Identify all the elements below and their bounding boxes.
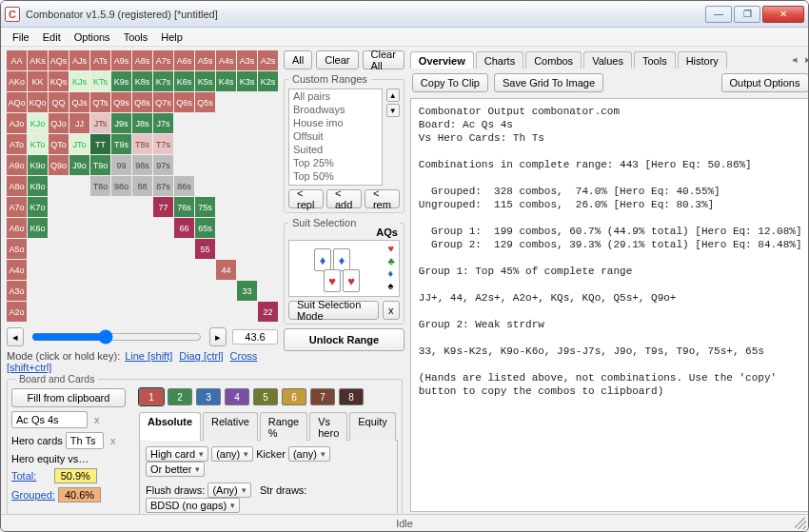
close-button[interactable]: ✕ bbox=[762, 6, 804, 23]
grid-cell-QTs[interactable]: QTs bbox=[90, 92, 110, 112]
preset-up-button[interactable]: ▲ bbox=[386, 89, 400, 102]
preset-item[interactable]: Suited bbox=[289, 143, 382, 156]
grid-cell-A3s[interactable]: A3s bbox=[237, 50, 257, 70]
heart-icon[interactable]: ♥ bbox=[388, 243, 395, 254]
grid-cell-65s[interactable]: 65s bbox=[195, 218, 215, 238]
str-combo[interactable]: BDSD (no gaps) bbox=[146, 498, 240, 513]
menu-edit[interactable]: Edit bbox=[37, 30, 67, 45]
suit-x-button[interactable]: x bbox=[383, 301, 400, 320]
preset-item[interactable]: House imo bbox=[289, 116, 382, 129]
grid-cell-A2s[interactable]: A2s bbox=[258, 50, 278, 70]
grid-cell-TT[interactable]: TT bbox=[90, 134, 110, 154]
filter-tab-vs-hero[interactable]: Vs hero bbox=[309, 412, 347, 441]
grid-cell-AQs[interactable]: AQs bbox=[49, 50, 69, 70]
grid-cell-QQ[interactable]: QQ bbox=[49, 92, 69, 112]
grid-cell-Q9s[interactable]: Q9s bbox=[111, 92, 131, 112]
resize-handle[interactable] bbox=[795, 518, 806, 529]
grid-cell-K7s[interactable]: K7s bbox=[153, 71, 173, 91]
grid-cell-K6s[interactable]: K6s bbox=[174, 71, 194, 91]
grid-cell-JTs[interactable]: JTs bbox=[90, 113, 110, 133]
tab-values[interactable]: Values bbox=[583, 51, 632, 69]
grid-cell-T8o[interactable]: T8o bbox=[90, 176, 110, 196]
grid-cell-J9s[interactable]: J9s bbox=[111, 113, 131, 133]
clear-board-icon[interactable]: x bbox=[94, 414, 100, 425]
grid-cell-K9o[interactable]: K9o bbox=[28, 155, 48, 175]
diamond-card-icon[interactable]: ♦ bbox=[333, 248, 350, 271]
grid-cell-KJo[interactable]: KJo bbox=[28, 113, 48, 133]
grid-cell-AKs[interactable]: AKs bbox=[28, 50, 48, 70]
grid-cell-A7s[interactable]: A7s bbox=[153, 50, 173, 70]
grid-cell-K9s[interactable]: K9s bbox=[111, 71, 131, 91]
grid-cell-88[interactable]: 88 bbox=[132, 176, 152, 196]
grid-cell-K5s[interactable]: K5s bbox=[195, 71, 215, 91]
grid-cell-T9o[interactable]: T9o bbox=[90, 155, 110, 175]
highcard-combo[interactable]: High card bbox=[146, 446, 208, 462]
mode-line-link[interactable]: Line [shift] bbox=[125, 350, 172, 362]
group-color-4[interactable]: 4 bbox=[225, 388, 249, 405]
titlebar[interactable]: C Combonator v1.5.9 (registered) [*untit… bbox=[1, 1, 808, 28]
minimize-button[interactable]: — bbox=[705, 6, 732, 23]
diamond-icon[interactable]: ♦ bbox=[388, 267, 395, 279]
grid-cell-J8s[interactable]: J8s bbox=[132, 113, 152, 133]
fill-from-clipboard-button[interactable]: Fill from clipboard bbox=[11, 388, 126, 407]
tab-tools[interactable]: Tools bbox=[634, 51, 676, 69]
preset-down-button[interactable]: ▼ bbox=[386, 104, 400, 117]
grid-cell-A2o[interactable]: A2o bbox=[7, 302, 27, 322]
grid-cell-J7s[interactable]: J7s bbox=[153, 113, 173, 133]
grid-cell-A8s[interactable]: A8s bbox=[132, 50, 152, 70]
grid-cell-55[interactable]: 55 bbox=[195, 239, 215, 259]
grid-cell-KTo[interactable]: KTo bbox=[28, 134, 48, 154]
grid-cell-JTo[interactable]: JTo bbox=[69, 134, 89, 154]
slider-next-button[interactable]: ▸ bbox=[209, 327, 227, 346]
grid-cell-A9s[interactable]: A9s bbox=[111, 50, 131, 70]
diamond-card-icon[interactable]: ♦ bbox=[314, 248, 331, 271]
grid-cell-A4s[interactable]: A4s bbox=[216, 50, 236, 70]
filter-tab-absolute[interactable]: Absolute bbox=[139, 412, 201, 441]
grid-cell-KTs[interactable]: KTs bbox=[90, 71, 110, 91]
tab-overview[interactable]: Overview bbox=[410, 51, 474, 69]
grid-cell-QJo[interactable]: QJo bbox=[49, 113, 69, 133]
grid-cell-75s[interactable]: 75s bbox=[195, 197, 215, 217]
grid-cell-87s[interactable]: 87s bbox=[153, 176, 173, 196]
tab-prev-icon[interactable]: ◂ bbox=[792, 53, 798, 66]
preset-item[interactable]: Offsuit bbox=[289, 129, 382, 143]
grid-cell-KQo[interactable]: KQo bbox=[28, 92, 48, 112]
filter-tab-relative[interactable]: Relative bbox=[203, 412, 258, 441]
suit-selection-box[interactable]: ♦ ♦ ♥ ♥ ♥ ♣ ♦ ♠ bbox=[288, 240, 400, 297]
group-color-2[interactable]: 2 bbox=[168, 388, 192, 405]
save-grid-button[interactable]: Save Grid To Image bbox=[494, 73, 603, 92]
grid-cell-76s[interactable]: 76s bbox=[174, 197, 194, 217]
clear-button[interactable]: Clear bbox=[316, 50, 358, 69]
preset-item[interactable]: All pairs bbox=[289, 89, 382, 103]
grid-cell-ATo[interactable]: ATo bbox=[7, 134, 27, 154]
club-icon[interactable]: ♣ bbox=[388, 255, 395, 266]
maximize-button[interactable]: ❐ bbox=[734, 6, 760, 23]
grid-cell-ATs[interactable]: ATs bbox=[90, 50, 110, 70]
hero-cards-input[interactable] bbox=[66, 432, 104, 449]
heart-card-icon[interactable]: ♥ bbox=[343, 269, 360, 292]
grid-cell-T7s[interactable]: T7s bbox=[153, 134, 173, 154]
grid-cell-QJs[interactable]: QJs bbox=[69, 92, 89, 112]
grid-cell-K3s[interactable]: K3s bbox=[237, 71, 257, 91]
orbetter-combo[interactable]: Or better bbox=[146, 462, 205, 477]
grid-cell-98s[interactable]: 98s bbox=[132, 155, 152, 175]
filter-tab-range-[interactable]: Range % bbox=[260, 412, 307, 441]
grid-cell-A4o[interactable]: A4o bbox=[7, 260, 27, 280]
output-options-button[interactable]: Output Options bbox=[721, 73, 809, 92]
tab-combos[interactable]: Combos bbox=[525, 51, 582, 69]
grid-cell-JJ[interactable]: JJ bbox=[69, 113, 89, 133]
grid-cell-A9o[interactable]: A9o bbox=[7, 155, 27, 175]
grid-cell-AA[interactable]: AA bbox=[7, 50, 27, 70]
output-textarea[interactable]: Combonator Output combonator.com Board: … bbox=[410, 98, 808, 512]
grid-cell-J9o[interactable]: J9o bbox=[69, 155, 89, 175]
spade-icon[interactable]: ♠ bbox=[388, 280, 395, 291]
repl-button[interactable]: < repl bbox=[288, 189, 324, 208]
mode-diag-link[interactable]: Diag [ctrl] bbox=[179, 350, 223, 362]
grid-cell-98o[interactable]: 98o bbox=[111, 176, 131, 196]
grid-cell-A6o[interactable]: A6o bbox=[7, 218, 27, 238]
grid-cell-K6o[interactable]: K6o bbox=[28, 218, 48, 238]
grid-cell-KK[interactable]: KK bbox=[28, 71, 48, 91]
rem-button[interactable]: < rem bbox=[365, 189, 400, 208]
board-input[interactable] bbox=[11, 411, 88, 428]
grid-cell-K8o[interactable]: K8o bbox=[28, 176, 48, 196]
